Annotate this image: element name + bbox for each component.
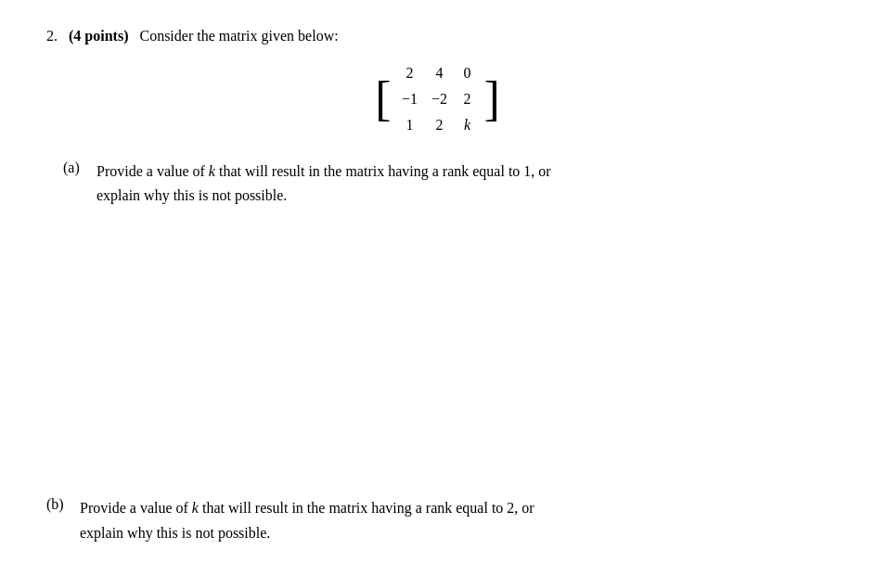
matrix-cell-0-2: 0	[455, 65, 481, 82]
matrix-cell-0-1: 4	[425, 65, 455, 82]
question-header: 2. (4 points) Consider the matrix given …	[46, 28, 829, 45]
q-number-text: 2.	[46, 28, 58, 44]
matrix-grid: 2 4 0 −1 −2 2 1 2 k	[395, 61, 481, 137]
matrix-cell-1-0: −1	[395, 91, 425, 108]
points-label: (4 points)	[69, 28, 128, 44]
part-b-var-k: k	[192, 500, 199, 516]
page: 2. (4 points) Consider the matrix given …	[0, 0, 875, 588]
matrix-cell-2-0: 1	[395, 117, 425, 134]
matrix-cell-2-1: 2	[425, 117, 455, 134]
left-bracket: [	[375, 75, 391, 123]
right-bracket: ]	[484, 75, 500, 123]
part-a-label: (a)	[63, 160, 97, 176]
matrix-cell-2-2: k	[455, 117, 481, 134]
part-a-content: Provide a value of k that will result in…	[97, 160, 829, 209]
part-b-content: Provide a value of k that will result in…	[80, 496, 829, 545]
part-a-var-k: k	[209, 163, 215, 179]
part-b-label: (b)	[46, 496, 80, 513]
part-a: (a) Provide a value of k that will resul…	[46, 160, 829, 209]
part-b: (b) Provide a value of k that will resul…	[46, 496, 829, 549]
intro-text: Consider the matrix given below:	[139, 28, 338, 44]
matrix-container: [ 2 4 0 −1 −2 2 1 2 k ]	[46, 61, 829, 137]
question-number: 2. (4 points) Consider the matrix given …	[46, 28, 339, 45]
matrix-cell-0-0: 2	[395, 65, 425, 82]
part-a-row: (a) Provide a value of k that will resul…	[63, 160, 829, 209]
matrix-bracket-wrap: [ 2 4 0 −1 −2 2 1 2 k ]	[375, 61, 500, 137]
part-b-row: (b) Provide a value of k that will resul…	[46, 496, 829, 545]
matrix-cell-1-1: −2	[425, 91, 455, 108]
matrix-cell-1-2: 2	[455, 91, 481, 108]
